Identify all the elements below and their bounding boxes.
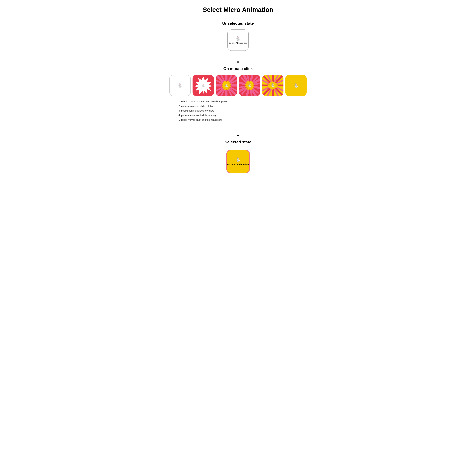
selected-text: On time / Before time [227, 163, 249, 166]
page-container: Select Micro Animation Unselected state … [169, 6, 307, 173]
step-item-4: 4. pattern moves out while rotating [178, 114, 227, 117]
unselected-label: Unselected state [222, 21, 254, 26]
animation-frame-2: 🐇 [192, 75, 214, 96]
page-title: Select Micro Animation [203, 6, 273, 14]
animation-label: On mouse click [223, 66, 253, 71]
selected-icon: 🐇 [235, 157, 241, 162]
arrow-1 [237, 55, 239, 63]
selected-section: Selected state 🐇 On time / Before time [225, 140, 251, 173]
frame6-icon: 🐇 [293, 83, 298, 88]
animation-frame-3: 🐇 [216, 75, 237, 96]
arrow-shaft-2 [238, 129, 238, 135]
step-item-3: 3. background changes to yellow [178, 109, 227, 113]
animation-frame-6: 🐇 [285, 75, 307, 96]
frame5-icon: 🐇 [271, 83, 275, 88]
step-item-5: 5. rabbit moves back and text reappears [178, 118, 227, 122]
animation-section: On mouse click 🐇 🐇 [169, 66, 307, 126]
animation-frame-5: 🐇 [262, 75, 284, 96]
selected-label: Selected state [225, 140, 251, 145]
animation-frame-4: 🐇 [239, 75, 260, 96]
arrow-head-2 [237, 135, 239, 137]
frame1-icon: 🐇 [178, 83, 183, 88]
step-item-1: 1. rabbit moves to centre and text disap… [178, 100, 227, 103]
step-item-2: 2. pattern closes in while rotating [178, 104, 227, 108]
selected-card[interactable]: 🐇 On time / Before time [226, 150, 250, 173]
frame4-icon: 🐇 [247, 83, 252, 88]
animation-frame-1: 🐇 [169, 75, 191, 96]
unselected-card[interactable]: 🐇 On time / Before time [227, 30, 249, 51]
steps-list: 1. rabbit moves to centre and text disap… [169, 100, 227, 123]
frame2-icon: 🐇 [201, 83, 205, 88]
arrow-shaft-1 [238, 55, 238, 62]
arrow-head-1 [237, 62, 239, 63]
unselected-section: Unselected state 🐇 On time / Before time [222, 21, 254, 52]
unselected-text: On time / Before time [229, 42, 247, 44]
unselected-icon: 🐇 [235, 36, 241, 41]
frame3-icon: 🐇 [224, 83, 229, 88]
arrow-2 [237, 129, 239, 137]
frames-row: 🐇 🐇 [169, 75, 307, 96]
